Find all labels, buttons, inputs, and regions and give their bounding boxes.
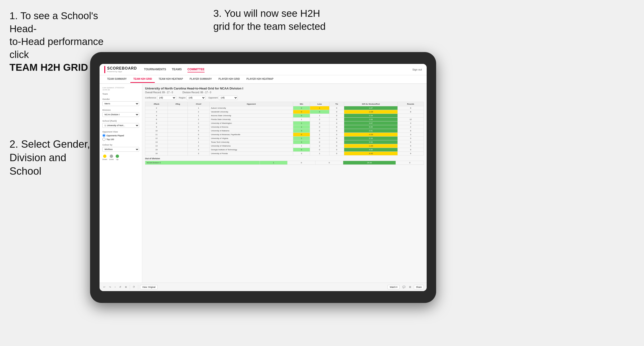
sign-out-link[interactable]: Sign out xyxy=(412,68,422,71)
toolbar-divider xyxy=(130,285,130,289)
out-of-division-row: NCAA Division II 1 0 0 26.00 3 xyxy=(145,161,424,165)
cell-reg xyxy=(168,129,188,133)
division-select[interactable]: NCAA Division I xyxy=(102,112,139,117)
cell-loss: 0 xyxy=(310,148,329,152)
cell-tie: 0 xyxy=(329,114,344,118)
grid-records: Overall Record: 89 - 17 - 0 Division Rec… xyxy=(145,91,424,94)
radio-opponents-played[interactable]: Opponents Played xyxy=(102,134,139,137)
cell-rank: 9 xyxy=(145,125,168,129)
cell-opponent: Texas Tech University xyxy=(210,140,293,144)
cell-reg xyxy=(168,118,188,121)
table-row: 2 1 Auburn University 2 1 0 1.67 9 xyxy=(145,106,424,110)
cell-diff: 5.56 xyxy=(344,140,398,144)
cell-conf: 1 xyxy=(188,114,210,118)
logo-text: SCOREBOARD xyxy=(107,66,137,70)
subnav-team-h2h-grid[interactable]: TEAM H2H GRID xyxy=(130,76,155,83)
school-label: School (Rank) xyxy=(102,120,139,122)
division-label: Division xyxy=(102,109,139,111)
ann2-line2: Division and xyxy=(10,152,66,163)
zoom-btn[interactable]: ⊕ xyxy=(124,285,128,289)
filter-row: Conference (All) Region (All) Opponent xyxy=(145,96,424,100)
comment-btn[interactable]: 💬 xyxy=(402,285,406,289)
cell-diff: 2.61 xyxy=(344,129,398,133)
cell-reg xyxy=(168,114,188,118)
opponent-filter-select[interactable]: (All) xyxy=(219,96,238,100)
cell-conf: 2 xyxy=(188,110,210,114)
undo-btn[interactable]: ↩ xyxy=(102,285,106,289)
subnav-team-h2h-heatmap[interactable]: TEAM H2H HEATMAP xyxy=(156,76,186,83)
table-row: 4 1 Arizona State University 5 1 0 2.29 xyxy=(145,114,424,118)
team-label: Team xyxy=(102,93,139,95)
watch-button[interactable]: Watch ▾ xyxy=(388,285,400,289)
out-div-loss: 0 xyxy=(288,161,316,165)
cell-rank: 10 xyxy=(145,129,168,133)
cell-reg xyxy=(168,133,188,137)
cell-win: 3 xyxy=(293,152,310,156)
nav-committee[interactable]: COMMITTEE xyxy=(188,67,204,72)
redo-btn[interactable]: ↪ xyxy=(108,285,112,289)
region-filter-select[interactable]: (All) xyxy=(186,96,206,100)
cell-rank: 12 xyxy=(145,137,168,140)
cell-rounds: 8 xyxy=(398,110,424,114)
radio-opponents-input[interactable] xyxy=(102,134,106,137)
gender-select[interactable]: Men's xyxy=(102,101,139,106)
annotation-3: 3. You will now see H2H grid for the tea… xyxy=(213,7,360,33)
sidebar-timestamp: Last Updated: 27/03/2024 16:55:38 xyxy=(102,87,139,91)
conference-filter-select[interactable]: (All) xyxy=(157,96,176,100)
cell-rounds: 3 xyxy=(398,137,424,140)
refresh-btn[interactable]: ↺ xyxy=(118,285,122,289)
cell-win: 1 xyxy=(293,125,310,129)
cell-conf: 2 xyxy=(188,121,210,125)
colour-select[interactable]: Win/loss xyxy=(102,147,139,152)
nav-tournaments[interactable]: TOURNAMENTS xyxy=(144,67,166,72)
main-content: Last Updated: 27/03/2024 16:55:38 Team G… xyxy=(100,84,427,283)
top100-label: Top 100 xyxy=(106,138,114,141)
top-nav: SCOREBOARD Powered by clippi TOURNAMENTS… xyxy=(100,64,427,75)
table-header: #Rank #Reg #Conf Opponent Win Loss Tie D… xyxy=(145,102,424,106)
cell-opponent: Florida State University xyxy=(210,118,293,121)
cell-tie: 0 xyxy=(329,110,344,114)
cell-rounds xyxy=(398,114,424,118)
cell-reg xyxy=(168,144,188,148)
nav-teams[interactable]: TEAMS xyxy=(172,67,182,72)
cell-rank: 8 xyxy=(145,121,168,125)
division-record: Division Record: 88 - 17 - 0 xyxy=(182,91,211,94)
expand-btn[interactable]: ⊞ xyxy=(408,285,412,289)
subnav-player-h2h-heatmap[interactable]: PLAYER H2H HEATMAP xyxy=(244,76,276,83)
cell-conf: 5 xyxy=(188,129,210,133)
subnav-player-summary[interactable]: PLAYER SUMMARY xyxy=(187,76,215,83)
logo-sub: Powered by clippi xyxy=(107,71,137,73)
view-button[interactable]: View: Original xyxy=(140,285,158,289)
col-conf: #Conf xyxy=(188,102,210,106)
cell-loss: 0 xyxy=(310,129,329,133)
cell-rounds: 3 xyxy=(398,121,424,125)
legend-up-label: Up xyxy=(116,158,118,161)
subnav-player-h2h-grid[interactable]: PLAYER H2H GRID xyxy=(216,76,243,83)
tablet: SCOREBOARD Powered by clippi TOURNAMENTS… xyxy=(90,52,436,303)
clock-btn[interactable]: ⏱ xyxy=(132,285,136,289)
cell-opponent: University of Florida xyxy=(210,152,293,156)
sidebar-school-section: School (Rank) 1. University of Nort... xyxy=(102,120,139,128)
cell-loss: 2 xyxy=(310,118,329,121)
school-select[interactable]: 1. University of Nort... xyxy=(102,123,139,128)
back-btn[interactable]: ‹ xyxy=(114,285,116,289)
cell-loss: 0 xyxy=(310,137,329,140)
cell-rounds: 9 xyxy=(398,106,424,110)
share-button[interactable]: Share xyxy=(414,285,424,289)
out-div-name: NCAA Division II xyxy=(145,161,260,165)
cell-conf: 1 xyxy=(188,106,210,110)
table-row: 14 2 University of Oklahoma 1 2 0 -1.00 … xyxy=(145,144,424,148)
sub-nav: TEAM SUMMARY TEAM H2H GRID TEAM H2H HEAT… xyxy=(100,75,427,84)
radio-top100-input[interactable] xyxy=(102,138,106,141)
cell-diff: 9.00 xyxy=(344,125,398,129)
cell-rank: 6 xyxy=(145,118,168,121)
cell-conf: 3 xyxy=(188,137,210,140)
cell-reg xyxy=(168,148,188,152)
bottom-toolbar: ↩ ↪ ‹ ↺ ⊕ ⏱ View: Original Watch ▾ 💬 ⊞ S… xyxy=(100,283,427,291)
ann1-line2: to-Head performance click xyxy=(10,36,104,60)
radio-top100[interactable]: Top 100 xyxy=(102,138,139,141)
subnav-team-summary[interactable]: TEAM SUMMARY xyxy=(104,76,130,83)
col-win: Win xyxy=(293,102,310,106)
cell-rounds: 3 xyxy=(398,133,424,137)
cell-opponent: University of Virginia xyxy=(210,137,293,140)
